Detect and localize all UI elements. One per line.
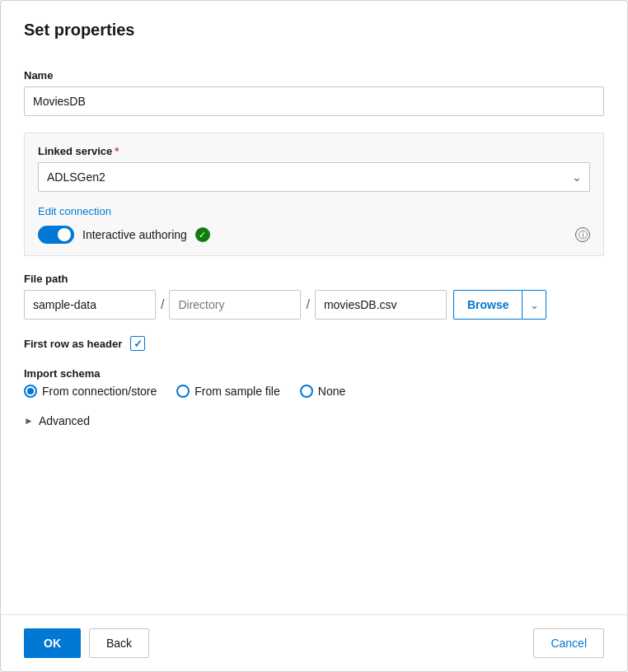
radio-option-none[interactable]: None	[300, 385, 345, 398]
radio-label-none: None	[318, 385, 345, 398]
interactive-authoring-row: Interactive authoring ✓ ⓘ	[38, 226, 590, 244]
first-row-header-group: First row as header ✓	[24, 336, 604, 351]
radio-label-connection: From connection/store	[42, 385, 157, 398]
file-path-filename-input[interactable]	[315, 290, 447, 320]
set-properties-dialog: Set properties Name Linked service* ADLS…	[0, 0, 628, 672]
import-schema-label: Import schema	[24, 367, 604, 380]
edit-connection-link[interactable]: Edit connection	[38, 205, 111, 217]
linked-service-group: Linked service* ADLSGen2 ⌄	[38, 145, 590, 192]
radio-option-sample[interactable]: From sample file	[176, 385, 279, 398]
browse-button[interactable]: Browse	[453, 290, 523, 320]
name-group: Name	[24, 69, 604, 116]
first-row-header-row: First row as header ✓	[24, 336, 604, 351]
dialog-title: Set properties	[24, 21, 604, 40]
back-button[interactable]: Back	[89, 628, 149, 658]
status-ok-icon: ✓	[195, 227, 210, 242]
radio-circle-sample	[176, 385, 190, 398]
advanced-row[interactable]: ► Advanced	[24, 414, 604, 427]
name-input[interactable]	[24, 86, 604, 116]
dialog-body: Name Linked service* ADLSGen2 ⌄ Edit con…	[1, 53, 627, 614]
interactive-authoring-toggle[interactable]	[38, 226, 74, 244]
radio-dot-connection	[27, 388, 34, 394]
name-label: Name	[24, 69, 604, 82]
interactive-authoring-left: Interactive authoring ✓	[38, 226, 210, 244]
dialog-footer: OK Back Cancel	[1, 614, 627, 671]
radio-option-connection[interactable]: From connection/store	[24, 385, 157, 398]
first-row-header-checkbox[interactable]: ✓	[130, 336, 145, 351]
first-row-header-label: First row as header	[24, 338, 122, 350]
interactive-authoring-label: Interactive authoring	[82, 228, 187, 241]
path-separator-2: /	[304, 297, 311, 312]
radio-circle-none	[300, 385, 313, 398]
import-schema-radio-group: From connection/store From sample file N…	[24, 385, 604, 398]
file-path-row: / / Browse ⌄	[24, 290, 604, 320]
linked-service-select-wrapper: ADLSGen2 ⌄	[38, 162, 590, 192]
checkmark-icon: ✓	[134, 338, 143, 350]
linked-service-label: Linked service*	[38, 145, 590, 157]
file-path-group: File path / / Browse ⌄	[24, 273, 604, 320]
import-schema-group: Import schema From connection/store From…	[24, 367, 604, 398]
radio-label-sample: From sample file	[194, 385, 279, 398]
cancel-button[interactable]: Cancel	[533, 628, 604, 658]
browse-chevron-button[interactable]: ⌄	[522, 290, 546, 320]
chevron-down-icon: ⌄	[530, 299, 539, 311]
file-path-container-input[interactable]	[24, 290, 156, 320]
linked-service-section: Linked service* ADLSGen2 ⌄ Edit connecti…	[24, 133, 604, 256]
toggle-slider	[38, 226, 74, 244]
linked-service-select[interactable]: ADLSGen2	[38, 162, 590, 192]
file-path-directory-input[interactable]	[169, 290, 301, 320]
browse-btn-group: Browse ⌄	[453, 290, 547, 320]
radio-circle-connection	[24, 385, 37, 398]
info-icon[interactable]: ⓘ	[575, 227, 590, 242]
path-separator-1: /	[159, 297, 166, 312]
advanced-label: Advanced	[39, 414, 90, 427]
ok-button[interactable]: OK	[24, 628, 81, 658]
chevron-right-icon: ►	[24, 415, 34, 427]
file-path-label: File path	[24, 273, 604, 285]
dialog-header: Set properties	[1, 1, 627, 53]
